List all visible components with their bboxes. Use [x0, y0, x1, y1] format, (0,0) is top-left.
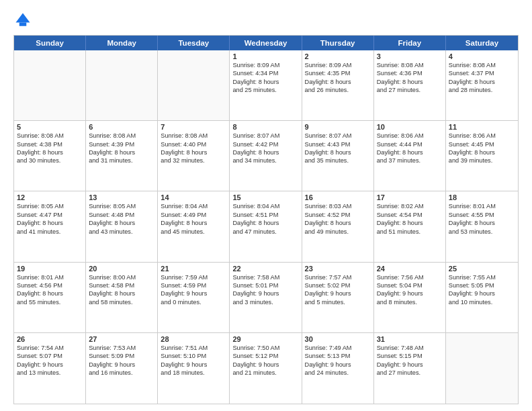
- day-number: 4: [449, 52, 515, 60]
- day-details: Sunrise: 8:00 AM Sunset: 4:58 PM Dayligh…: [89, 273, 154, 307]
- calendar: SundayMondayTuesdayWednesdayThursdayFrid…: [13, 35, 519, 404]
- day-details: Sunrise: 8:01 AM Sunset: 4:56 PM Dayligh…: [17, 273, 83, 307]
- logo-icon: [13, 11, 32, 30]
- calendar-day-7: 7Sunrise: 8:08 AM Sunset: 4:40 PM Daylig…: [158, 121, 230, 191]
- calendar-day-6: 6Sunrise: 8:08 AM Sunset: 4:39 PM Daylig…: [86, 121, 158, 191]
- calendar-day-16: 16Sunrise: 8:03 AM Sunset: 4:52 PM Dayli…: [302, 191, 374, 261]
- day-details: Sunrise: 7:51 AM Sunset: 5:10 PM Dayligh…: [161, 344, 226, 377]
- calendar-week-5: 26Sunrise: 7:54 AM Sunset: 5:07 PM Dayli…: [14, 333, 518, 404]
- calendar-day-5: 5Sunrise: 8:08 AM Sunset: 4:38 PM Daylig…: [14, 121, 86, 191]
- calendar-week-2: 5Sunrise: 8:08 AM Sunset: 4:38 PM Daylig…: [14, 121, 518, 191]
- day-number: 14: [161, 193, 226, 201]
- weekday-header-thursday: Thursday: [302, 36, 374, 50]
- day-number: 27: [89, 335, 154, 343]
- day-details: Sunrise: 7:54 AM Sunset: 5:07 PM Dayligh…: [17, 344, 83, 377]
- day-details: Sunrise: 8:08 AM Sunset: 4:36 PM Dayligh…: [377, 61, 443, 95]
- day-number: 19: [17, 265, 83, 273]
- weekday-header-sunday: Sunday: [14, 36, 86, 50]
- calendar-day-4: 4Sunrise: 8:08 AM Sunset: 4:37 PM Daylig…: [446, 50, 518, 120]
- calendar-day-31: 31Sunrise: 7:48 AM Sunset: 5:15 PM Dayli…: [374, 333, 446, 404]
- calendar-day-21: 21Sunrise: 7:59 AM Sunset: 4:59 PM Dayli…: [158, 263, 230, 332]
- calendar-day-17: 17Sunrise: 8:02 AM Sunset: 4:54 PM Dayli…: [374, 191, 446, 261]
- calendar-day-27: 27Sunrise: 7:53 AM Sunset: 5:09 PM Dayli…: [86, 333, 158, 404]
- day-number: 7: [161, 123, 226, 131]
- calendar-day-28: 28Sunrise: 7:51 AM Sunset: 5:10 PM Dayli…: [158, 333, 230, 404]
- calendar-day-3: 3Sunrise: 8:08 AM Sunset: 4:36 PM Daylig…: [374, 50, 446, 120]
- empty-cell: [14, 50, 86, 120]
- day-details: Sunrise: 7:55 AM Sunset: 5:05 PM Dayligh…: [449, 273, 515, 307]
- calendar-day-15: 15Sunrise: 8:04 AM Sunset: 4:51 PM Dayli…: [230, 191, 302, 261]
- calendar-day-18: 18Sunrise: 8:01 AM Sunset: 4:55 PM Dayli…: [446, 191, 518, 261]
- day-number: 17: [377, 193, 443, 201]
- day-number: 28: [161, 335, 226, 343]
- day-number: 26: [17, 335, 83, 343]
- day-details: Sunrise: 8:08 AM Sunset: 4:38 PM Dayligh…: [17, 132, 83, 165]
- day-number: 8: [232, 123, 298, 131]
- day-details: Sunrise: 7:53 AM Sunset: 5:09 PM Dayligh…: [89, 344, 154, 377]
- day-details: Sunrise: 8:06 AM Sunset: 4:45 PM Dayligh…: [449, 132, 515, 165]
- calendar-day-13: 13Sunrise: 8:05 AM Sunset: 4:48 PM Dayli…: [86, 191, 158, 261]
- day-details: Sunrise: 8:06 AM Sunset: 4:44 PM Dayligh…: [377, 132, 443, 165]
- calendar-day-14: 14Sunrise: 8:04 AM Sunset: 4:49 PM Dayli…: [158, 191, 230, 261]
- day-number: 24: [377, 265, 443, 273]
- day-number: 16: [305, 193, 371, 201]
- empty-cell: [86, 50, 158, 120]
- calendar-day-30: 30Sunrise: 7:49 AM Sunset: 5:13 PM Dayli…: [302, 333, 374, 404]
- calendar-day-1: 1Sunrise: 8:09 AM Sunset: 4:34 PM Daylig…: [230, 50, 302, 120]
- calendar-day-8: 8Sunrise: 8:07 AM Sunset: 4:42 PM Daylig…: [230, 121, 302, 191]
- day-details: Sunrise: 8:08 AM Sunset: 4:40 PM Dayligh…: [161, 132, 226, 165]
- day-number: 5: [17, 123, 83, 131]
- day-details: Sunrise: 8:05 AM Sunset: 4:48 PM Dayligh…: [89, 202, 154, 236]
- weekday-header-tuesday: Tuesday: [158, 36, 230, 50]
- day-number: 10: [377, 123, 443, 131]
- day-number: 29: [232, 335, 298, 343]
- day-number: 25: [449, 265, 515, 273]
- calendar-day-25: 25Sunrise: 7:55 AM Sunset: 5:05 PM Dayli…: [446, 263, 518, 332]
- day-details: Sunrise: 8:09 AM Sunset: 4:34 PM Dayligh…: [232, 61, 298, 95]
- day-details: Sunrise: 7:56 AM Sunset: 5:04 PM Dayligh…: [377, 273, 443, 307]
- calendar-week-3: 12Sunrise: 8:05 AM Sunset: 4:47 PM Dayli…: [14, 191, 518, 262]
- weekday-header-monday: Monday: [86, 36, 158, 50]
- calendar-day-22: 22Sunrise: 7:58 AM Sunset: 5:01 PM Dayli…: [230, 263, 302, 332]
- day-number: 1: [232, 52, 298, 60]
- day-details: Sunrise: 7:49 AM Sunset: 5:13 PM Dayligh…: [305, 344, 371, 377]
- day-details: Sunrise: 8:09 AM Sunset: 4:35 PM Dayligh…: [305, 61, 371, 95]
- header: [13, 11, 519, 30]
- day-details: Sunrise: 8:05 AM Sunset: 4:47 PM Dayligh…: [17, 202, 83, 236]
- calendar-day-2: 2Sunrise: 8:09 AM Sunset: 4:35 PM Daylig…: [302, 50, 374, 120]
- day-number: 13: [89, 193, 154, 201]
- calendar-week-1: 1Sunrise: 8:09 AM Sunset: 4:34 PM Daylig…: [14, 50, 518, 121]
- calendar-day-29: 29Sunrise: 7:50 AM Sunset: 5:12 PM Dayli…: [230, 333, 302, 404]
- day-details: Sunrise: 7:58 AM Sunset: 5:01 PM Dayligh…: [232, 273, 298, 307]
- day-details: Sunrise: 8:08 AM Sunset: 4:39 PM Dayligh…: [89, 132, 154, 165]
- day-details: Sunrise: 7:50 AM Sunset: 5:12 PM Dayligh…: [232, 344, 298, 377]
- day-number: 23: [305, 265, 371, 273]
- day-number: 30: [305, 335, 371, 343]
- empty-cell: [446, 333, 518, 404]
- day-number: 3: [377, 52, 443, 60]
- calendar-day-20: 20Sunrise: 8:00 AM Sunset: 4:58 PM Dayli…: [86, 263, 158, 332]
- calendar-header: SundayMondayTuesdayWednesdayThursdayFrid…: [14, 36, 518, 50]
- day-number: 2: [305, 52, 371, 60]
- calendar-day-23: 23Sunrise: 7:57 AM Sunset: 5:02 PM Dayli…: [302, 263, 374, 332]
- day-details: Sunrise: 7:57 AM Sunset: 5:02 PM Dayligh…: [305, 273, 371, 307]
- day-number: 18: [449, 193, 515, 201]
- day-number: 6: [89, 123, 154, 131]
- day-details: Sunrise: 8:03 AM Sunset: 4:52 PM Dayligh…: [305, 202, 371, 236]
- day-number: 31: [377, 335, 443, 343]
- day-number: 22: [232, 265, 298, 273]
- day-details: Sunrise: 8:04 AM Sunset: 4:51 PM Dayligh…: [232, 202, 298, 236]
- calendar-week-4: 19Sunrise: 8:01 AM Sunset: 4:56 PM Dayli…: [14, 263, 518, 333]
- calendar-day-24: 24Sunrise: 7:56 AM Sunset: 5:04 PM Dayli…: [374, 263, 446, 332]
- day-details: Sunrise: 8:07 AM Sunset: 4:43 PM Dayligh…: [305, 132, 371, 165]
- calendar-day-11: 11Sunrise: 8:06 AM Sunset: 4:45 PM Dayli…: [446, 121, 518, 191]
- weekday-header-saturday: Saturday: [446, 36, 518, 50]
- svg-marker-0: [16, 13, 30, 23]
- calendar-day-26: 26Sunrise: 7:54 AM Sunset: 5:07 PM Dayli…: [14, 333, 86, 404]
- logo: [13, 11, 35, 30]
- day-details: Sunrise: 7:59 AM Sunset: 4:59 PM Dayligh…: [161, 273, 226, 307]
- day-number: 21: [161, 265, 226, 273]
- empty-cell: [158, 50, 230, 120]
- day-number: 11: [449, 123, 515, 131]
- svg-rect-1: [19, 23, 27, 26]
